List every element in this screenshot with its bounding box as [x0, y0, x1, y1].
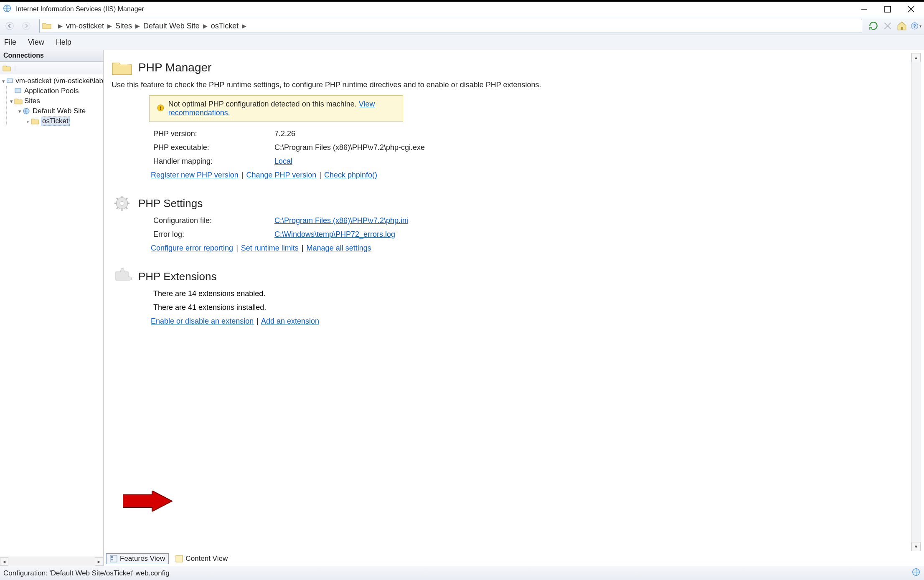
svg-point-13 [8, 80, 9, 81]
tab-features-view[interactable]: Features View [106, 553, 169, 564]
svg-point-5 [6, 22, 13, 30]
svg-rect-9 [901, 27, 903, 30]
status-iis-icon [911, 567, 921, 579]
maximize-button[interactable] [881, 3, 894, 15]
iis-icon [3, 4, 13, 15]
chevron-down-icon[interactable]: ▾ [1, 78, 6, 84]
chevron-right-icon[interactable]: ▸ [25, 118, 31, 124]
connections-title: Connections [0, 50, 103, 62]
chevron-right-icon: ▶ [58, 23, 63, 29]
address-bar: ▶ vm-osticket ▶ Sites ▶ Default Web Site… [0, 17, 924, 35]
scroll-down-icon[interactable]: ▼ [911, 542, 921, 551]
menu-view[interactable]: View [28, 38, 44, 47]
svg-rect-2 [885, 6, 891, 12]
php-extensions-title: PHP Extensions [138, 270, 216, 283]
connect-icon[interactable] [3, 64, 11, 72]
extensions-enabled-text: There are 14 extensions enabled. [153, 289, 903, 298]
tab-features-label: Features View [120, 555, 165, 563]
error-log-label: Error log: [153, 230, 274, 239]
scroll-up-icon[interactable]: ▲ [911, 53, 921, 62]
tab-content-label: Content View [185, 555, 228, 563]
status-bar: Configuration: 'Default Web Site/osTicke… [0, 566, 924, 580]
configure-error-reporting-link[interactable]: Configure error reporting [151, 244, 233, 252]
content-panel: PHP Manager Use this feature to check th… [104, 50, 924, 566]
php-version-value: 7.2.26 [274, 129, 295, 138]
tree-h-scrollbar[interactable]: ◄ ► [0, 557, 103, 566]
tree-app-pools-label: Application Pools [24, 87, 79, 95]
menu-file[interactable]: File [4, 38, 16, 47]
annotation-arrow-icon [123, 491, 173, 513]
crumb-sites[interactable]: Sites [115, 22, 132, 30]
minimize-button[interactable] [858, 3, 871, 15]
chevron-down-icon[interactable]: ▾ [17, 108, 23, 114]
tab-content-view[interactable]: Content View [172, 554, 231, 564]
chevron-right-icon: ▶ [135, 23, 140, 29]
php-executable-label: PHP executable: [153, 143, 274, 152]
connections-toolbar: | [0, 62, 103, 74]
help-icon[interactable]: ? ▾ [911, 20, 921, 31]
tree-osticket-label: osTicket [41, 117, 70, 126]
menu-help[interactable]: Help [56, 38, 71, 47]
register-php-link[interactable]: Register new PHP version [151, 171, 239, 179]
crumb-osticket[interactable]: osTicket [211, 22, 239, 30]
warning-box: ! Not optimal PHP configuration detected… [149, 95, 403, 122]
svg-line-25 [126, 207, 127, 209]
svg-rect-30 [111, 559, 113, 560]
tree-default-site[interactable]: ▾ Default Web Site [7, 106, 103, 116]
tree-app-pools[interactable]: Application Pools [7, 86, 103, 96]
crumb-default-site[interactable]: Default Web Site [143, 22, 200, 30]
chevron-right-icon: ▶ [107, 23, 112, 29]
tree-osticket[interactable]: ▸ osTicket [7, 116, 103, 126]
svg-rect-31 [176, 555, 183, 562]
crumb-host[interactable]: vm-osticket [66, 22, 104, 30]
check-phpinfo-link[interactable]: Check phpinfo() [324, 171, 377, 179]
handler-mapping-link[interactable]: Local [274, 157, 292, 166]
window-title: Internet Information Services (IIS) Mana… [16, 5, 858, 13]
svg-line-26 [126, 198, 127, 200]
change-php-link[interactable]: Change PHP version [246, 171, 316, 179]
refresh-icon[interactable] [868, 20, 879, 31]
features-view-icon [110, 555, 117, 562]
page-title: PHP Manager [138, 61, 211, 74]
folder-large-icon [112, 59, 132, 76]
php-version-label: PHP version: [153, 129, 274, 138]
svg-point-6 [23, 22, 30, 30]
app-pool-icon [14, 87, 23, 95]
scroll-right-icon[interactable]: ► [95, 557, 103, 566]
svg-rect-14 [15, 89, 21, 93]
svg-text:?: ? [913, 23, 916, 28]
title-bar: Internet Information Services (IIS) Mana… [0, 0, 924, 17]
tree-root-label: vm-osticket (vm-osticket\lab [15, 77, 103, 85]
status-text: Configuration: 'Default Web Site/osTicke… [3, 569, 170, 577]
handler-mapping-label: Handler mapping: [153, 157, 274, 166]
breadcrumb[interactable]: ▶ vm-osticket ▶ Sites ▶ Default Web Site… [39, 19, 862, 33]
page-description: Use this feature to check the PHP runtim… [112, 81, 903, 89]
config-file-link[interactable]: C:\Program Files (x86)\PHP\v7.2\php.ini [274, 216, 408, 225]
php-settings-title: PHP Settings [138, 197, 203, 210]
extensions-installed-text: There are 41 extensions installed. [153, 303, 903, 312]
tree-default-site-label: Default Web Site [33, 107, 86, 115]
add-extension-link[interactable]: Add an extension [261, 317, 319, 325]
globe-icon [23, 107, 31, 115]
enable-disable-extension-link[interactable]: Enable or disable an extension [151, 317, 254, 325]
folder-icon [42, 22, 51, 30]
folder-icon [31, 117, 39, 125]
nav-forward-button[interactable] [19, 19, 33, 33]
manage-all-settings-link[interactable]: Manage all settings [307, 244, 371, 252]
scroll-left-icon[interactable]: ◄ [0, 557, 8, 566]
chevron-right-icon: ▶ [242, 23, 246, 29]
error-log-link[interactable]: C:\Windows\temp\PHP72_errors.log [274, 230, 395, 239]
content-view-icon [175, 555, 183, 562]
svg-line-24 [117, 198, 118, 200]
set-runtime-limits-link[interactable]: Set runtime limits [241, 244, 299, 252]
warning-icon: ! [157, 104, 164, 113]
tree-root[interactable]: ▾ vm-osticket (vm-osticket\lab [1, 76, 103, 86]
tree-sites[interactable]: ▾ Sites [7, 96, 103, 106]
home-icon[interactable] [896, 20, 907, 31]
chevron-down-icon[interactable]: ▾ [8, 98, 14, 104]
tree-sites-label: Sites [24, 97, 40, 105]
close-button[interactable] [905, 3, 917, 15]
stop-icon[interactable] [882, 20, 893, 31]
nav-back-button[interactable] [3, 19, 17, 33]
v-scrollbar[interactable]: ▲ ▼ [911, 53, 921, 551]
